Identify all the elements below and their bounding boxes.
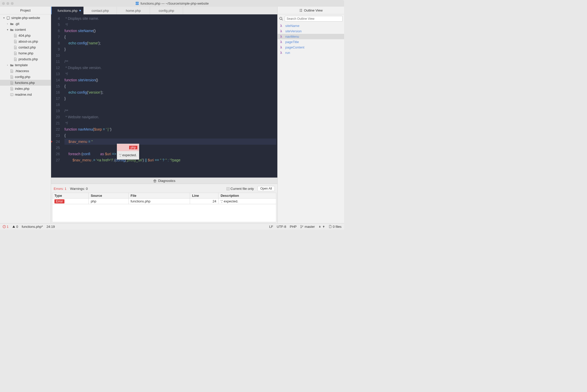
- code-line[interactable]: $nav_menu = '': [64, 139, 276, 145]
- svg-rect-1: [7, 16, 10, 19]
- outline-item[interactable]: λrun: [278, 50, 344, 55]
- code-line[interactable]: * Displays site version.: [64, 65, 102, 71]
- chevron-icon: ›: [6, 64, 9, 66]
- folder-icon: [10, 28, 14, 32]
- code-line[interactable]: }: [64, 95, 66, 102]
- tree-item[interactable]: ›.git: [0, 21, 51, 27]
- search-icon[interactable]: [279, 17, 283, 21]
- line-number: 24: [51, 139, 61, 145]
- project-tree[interactable]: ▾simple-php-website›.git▾content404.phpa…: [0, 14, 51, 223]
- diagnostics-table[interactable]: TypeSourceFileLineDescriptionErrorphpfun…: [52, 193, 276, 204]
- code-line[interactable]: * Displays site name.: [64, 15, 99, 22]
- svg-point-2: [299, 9, 300, 10]
- code-line[interactable]: * Website navigation.: [64, 114, 99, 120]
- code-line[interactable]: */: [64, 22, 68, 28]
- line-number: 14: [51, 77, 61, 83]
- error-marker-icon: [51, 141, 52, 143]
- code-line[interactable]: echo config('name');: [64, 40, 101, 46]
- status-encoding[interactable]: UTF-8: [277, 225, 286, 229]
- folder-icon: [10, 63, 14, 67]
- status-eol[interactable]: LF: [269, 225, 273, 229]
- outline-search-input[interactable]: [285, 16, 343, 22]
- diag-row[interactable]: Errorphpfunctions.php24';' expected.: [52, 199, 276, 204]
- file-icon: [13, 40, 17, 43]
- status-bar: 1 0 functions.php* 24:19 LF UTF-8 PHP ma…: [0, 223, 344, 230]
- code-line[interactable]: /**: [64, 108, 68, 114]
- svg-point-4: [299, 11, 300, 12]
- line-number: 13: [51, 71, 61, 77]
- status-files[interactable]: 0 files: [329, 225, 342, 229]
- tree-item[interactable]: home.php: [0, 50, 51, 56]
- diag-header[interactable]: Source: [89, 193, 128, 199]
- status-language[interactable]: PHP: [290, 225, 297, 229]
- tree-item[interactable]: contact.php: [0, 44, 51, 50]
- outline-label: navMenu: [285, 35, 299, 38]
- tree-item[interactable]: ▾content: [0, 27, 51, 33]
- project-header[interactable]: Project: [0, 7, 51, 14]
- code-line[interactable]: {: [64, 132, 66, 139]
- outline-list[interactable]: λsiteNameλsiteVersionλnavMenuλpageTitleλ…: [278, 23, 344, 55]
- traffic-close-icon[interactable]: [2, 2, 5, 5]
- editor-tab[interactable]: home.php: [117, 7, 150, 14]
- tree-item[interactable]: ›template: [0, 62, 51, 68]
- traffic-zoom-icon[interactable]: [11, 2, 14, 5]
- tree-item[interactable]: .htaccess: [0, 68, 51, 74]
- outline-item[interactable]: λnavMenu: [278, 34, 344, 39]
- outline-item[interactable]: λsiteVersion: [278, 28, 344, 34]
- lambda-icon: λ: [280, 40, 283, 44]
- editor-tab[interactable]: contact.php: [84, 7, 117, 14]
- code-line[interactable]: }: [64, 46, 66, 52]
- traffic-minimize-icon[interactable]: [6, 2, 9, 5]
- editor[interactable]: 4 * Displays site name.5 */6function sit…: [51, 14, 277, 178]
- tree-item[interactable]: config.php: [0, 74, 51, 80]
- code-line[interactable]: */: [64, 120, 68, 126]
- tree-item[interactable]: products.php: [0, 56, 51, 62]
- current-file-only-checkbox[interactable]: Current file only: [226, 187, 254, 191]
- editor-tab[interactable]: functions.php: [51, 7, 84, 14]
- line-number: 20: [51, 114, 61, 120]
- line-number: 15: [51, 83, 61, 89]
- code-line[interactable]: function siteVersion(): [64, 77, 98, 83]
- outline-label: siteVersion: [285, 29, 302, 33]
- arrow-down-icon: [318, 225, 321, 228]
- code-line[interactable]: {: [64, 83, 66, 89]
- status-file[interactable]: functions.php*: [22, 225, 43, 229]
- diag-header[interactable]: Description: [219, 193, 276, 199]
- line-number: 23: [51, 132, 61, 139]
- project-pane: Project ▾simple-php-website›.git▾content…: [0, 7, 51, 223]
- status-git-branch[interactable]: master: [300, 225, 315, 229]
- dirty-indicator-icon: [79, 10, 81, 11]
- code-line[interactable]: {: [64, 34, 66, 40]
- line-number: 25: [51, 145, 61, 151]
- code-line[interactable]: */: [64, 71, 68, 77]
- outline-item[interactable]: λpageTitle: [278, 39, 344, 45]
- outline-header[interactable]: Outline View: [278, 7, 344, 14]
- code-line[interactable]: echo config('version');: [64, 89, 103, 95]
- status-cursor-pos[interactable]: 24:19: [46, 225, 55, 229]
- diagnostics-header[interactable]: Diagnostics: [51, 178, 277, 184]
- diag-header[interactable]: Line: [190, 193, 219, 199]
- status-errors[interactable]: 1: [3, 225, 8, 229]
- tree-item[interactable]: readme.md: [0, 92, 51, 97]
- code-line[interactable]: function siteName(): [64, 28, 96, 34]
- lambda-icon: λ: [280, 35, 283, 38]
- tree-item[interactable]: about-us.php: [0, 38, 51, 44]
- open-all-button[interactable]: Open All: [258, 186, 275, 191]
- diag-header[interactable]: File: [128, 193, 190, 199]
- status-warnings[interactable]: 0: [12, 225, 18, 229]
- code-line[interactable]: /**: [64, 58, 68, 65]
- diag-header[interactable]: Type: [52, 193, 89, 199]
- editor-tab[interactable]: config.php: [150, 7, 183, 14]
- tree-item[interactable]: ▾simple-php-website: [0, 15, 51, 21]
- chevron-icon: ›: [6, 22, 9, 25]
- tree-item[interactable]: 404.php: [0, 33, 51, 38]
- window-controls[interactable]: [2, 2, 14, 5]
- code-line[interactable]: function navMenu($sep = ' | '): [64, 126, 111, 132]
- tree-item[interactable]: index.php: [0, 86, 51, 92]
- file-icon: [10, 87, 14, 91]
- tree-item[interactable]: functions.php: [0, 80, 51, 86]
- outline-item[interactable]: λpageContent: [278, 45, 344, 50]
- tree-label: 404.php: [18, 34, 31, 37]
- outline-item[interactable]: λsiteName: [278, 23, 344, 28]
- status-fetch[interactable]: [318, 225, 325, 228]
